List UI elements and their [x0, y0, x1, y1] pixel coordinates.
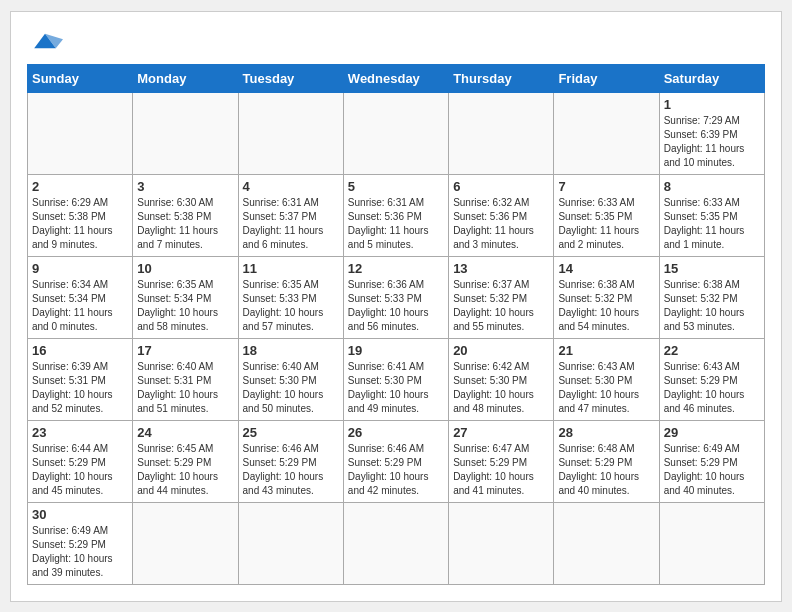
day-info: Sunrise: 6:31 AM Sunset: 5:37 PM Dayligh…	[243, 196, 339, 252]
day-info: Sunrise: 6:47 AM Sunset: 5:29 PM Dayligh…	[453, 442, 549, 498]
day-header-sunday: Sunday	[28, 64, 133, 92]
calendar-cell: 28Sunrise: 6:48 AM Sunset: 5:29 PM Dayli…	[554, 420, 659, 502]
day-number: 6	[453, 179, 549, 194]
day-number: 12	[348, 261, 444, 276]
day-number: 18	[243, 343, 339, 358]
week-row-3: 9Sunrise: 6:34 AM Sunset: 5:34 PM Daylig…	[28, 256, 765, 338]
day-info: Sunrise: 6:33 AM Sunset: 5:35 PM Dayligh…	[558, 196, 654, 252]
calendar-cell	[238, 92, 343, 174]
day-number: 16	[32, 343, 128, 358]
calendar-table: SundayMondayTuesdayWednesdayThursdayFrid…	[27, 64, 765, 585]
calendar-cell: 18Sunrise: 6:40 AM Sunset: 5:30 PM Dayli…	[238, 338, 343, 420]
calendar-cell: 29Sunrise: 6:49 AM Sunset: 5:29 PM Dayli…	[659, 420, 764, 502]
week-row-1: 1Sunrise: 7:29 AM Sunset: 6:39 PM Daylig…	[28, 92, 765, 174]
calendar-cell: 20Sunrise: 6:42 AM Sunset: 5:30 PM Dayli…	[449, 338, 554, 420]
day-info: Sunrise: 6:43 AM Sunset: 5:30 PM Dayligh…	[558, 360, 654, 416]
day-info: Sunrise: 6:39 AM Sunset: 5:31 PM Dayligh…	[32, 360, 128, 416]
day-info: Sunrise: 6:46 AM Sunset: 5:29 PM Dayligh…	[348, 442, 444, 498]
calendar-cell: 11Sunrise: 6:35 AM Sunset: 5:33 PM Dayli…	[238, 256, 343, 338]
day-number: 25	[243, 425, 339, 440]
day-info: Sunrise: 6:38 AM Sunset: 5:32 PM Dayligh…	[558, 278, 654, 334]
day-info: Sunrise: 6:43 AM Sunset: 5:29 PM Dayligh…	[664, 360, 760, 416]
day-number: 9	[32, 261, 128, 276]
calendar-cell: 3Sunrise: 6:30 AM Sunset: 5:38 PM Daylig…	[133, 174, 238, 256]
day-info: Sunrise: 6:29 AM Sunset: 5:38 PM Dayligh…	[32, 196, 128, 252]
day-number: 4	[243, 179, 339, 194]
day-info: Sunrise: 6:40 AM Sunset: 5:31 PM Dayligh…	[137, 360, 233, 416]
day-number: 3	[137, 179, 233, 194]
calendar-cell: 19Sunrise: 6:41 AM Sunset: 5:30 PM Dayli…	[343, 338, 448, 420]
calendar-cell: 17Sunrise: 6:40 AM Sunset: 5:31 PM Dayli…	[133, 338, 238, 420]
day-info: Sunrise: 6:36 AM Sunset: 5:33 PM Dayligh…	[348, 278, 444, 334]
calendar-cell: 15Sunrise: 6:38 AM Sunset: 5:32 PM Dayli…	[659, 256, 764, 338]
day-number: 17	[137, 343, 233, 358]
calendar-cell	[238, 502, 343, 584]
day-header-thursday: Thursday	[449, 64, 554, 92]
calendar-cell	[133, 92, 238, 174]
day-info: Sunrise: 7:29 AM Sunset: 6:39 PM Dayligh…	[664, 114, 760, 170]
calendar-cell: 24Sunrise: 6:45 AM Sunset: 5:29 PM Dayli…	[133, 420, 238, 502]
logo	[27, 28, 63, 52]
calendar-cell	[133, 502, 238, 584]
calendar-cell	[554, 502, 659, 584]
calendar-cell: 21Sunrise: 6:43 AM Sunset: 5:30 PM Dayli…	[554, 338, 659, 420]
day-number: 8	[664, 179, 760, 194]
week-row-6: 30Sunrise: 6:49 AM Sunset: 5:29 PM Dayli…	[28, 502, 765, 584]
day-info: Sunrise: 6:30 AM Sunset: 5:38 PM Dayligh…	[137, 196, 233, 252]
day-header-wednesday: Wednesday	[343, 64, 448, 92]
day-number: 14	[558, 261, 654, 276]
calendar-cell: 16Sunrise: 6:39 AM Sunset: 5:31 PM Dayli…	[28, 338, 133, 420]
day-info: Sunrise: 6:35 AM Sunset: 5:34 PM Dayligh…	[137, 278, 233, 334]
day-info: Sunrise: 6:48 AM Sunset: 5:29 PM Dayligh…	[558, 442, 654, 498]
day-number: 7	[558, 179, 654, 194]
day-number: 20	[453, 343, 549, 358]
day-header-saturday: Saturday	[659, 64, 764, 92]
calendar-cell: 25Sunrise: 6:46 AM Sunset: 5:29 PM Dayli…	[238, 420, 343, 502]
calendar-cell	[554, 92, 659, 174]
calendar-cell: 12Sunrise: 6:36 AM Sunset: 5:33 PM Dayli…	[343, 256, 448, 338]
day-number: 22	[664, 343, 760, 358]
calendar-cell: 5Sunrise: 6:31 AM Sunset: 5:36 PM Daylig…	[343, 174, 448, 256]
day-info: Sunrise: 6:46 AM Sunset: 5:29 PM Dayligh…	[243, 442, 339, 498]
day-number: 2	[32, 179, 128, 194]
day-info: Sunrise: 6:45 AM Sunset: 5:29 PM Dayligh…	[137, 442, 233, 498]
day-number: 28	[558, 425, 654, 440]
day-number: 23	[32, 425, 128, 440]
calendar-cell: 7Sunrise: 6:33 AM Sunset: 5:35 PM Daylig…	[554, 174, 659, 256]
day-number: 15	[664, 261, 760, 276]
calendar-cell	[343, 92, 448, 174]
day-info: Sunrise: 6:49 AM Sunset: 5:29 PM Dayligh…	[664, 442, 760, 498]
calendar-cell	[449, 502, 554, 584]
day-header-monday: Monday	[133, 64, 238, 92]
day-number: 29	[664, 425, 760, 440]
day-number: 26	[348, 425, 444, 440]
calendar-container: SundayMondayTuesdayWednesdayThursdayFrid…	[10, 11, 782, 602]
day-number: 19	[348, 343, 444, 358]
week-row-4: 16Sunrise: 6:39 AM Sunset: 5:31 PM Dayli…	[28, 338, 765, 420]
day-info: Sunrise: 6:38 AM Sunset: 5:32 PM Dayligh…	[664, 278, 760, 334]
calendar-cell	[343, 502, 448, 584]
calendar-cell: 10Sunrise: 6:35 AM Sunset: 5:34 PM Dayli…	[133, 256, 238, 338]
day-header-tuesday: Tuesday	[238, 64, 343, 92]
day-info: Sunrise: 6:41 AM Sunset: 5:30 PM Dayligh…	[348, 360, 444, 416]
day-info: Sunrise: 6:33 AM Sunset: 5:35 PM Dayligh…	[664, 196, 760, 252]
day-number: 24	[137, 425, 233, 440]
day-info: Sunrise: 6:40 AM Sunset: 5:30 PM Dayligh…	[243, 360, 339, 416]
calendar-cell	[449, 92, 554, 174]
calendar-cell: 26Sunrise: 6:46 AM Sunset: 5:29 PM Dayli…	[343, 420, 448, 502]
calendar-cell: 9Sunrise: 6:34 AM Sunset: 5:34 PM Daylig…	[28, 256, 133, 338]
calendar-cell: 22Sunrise: 6:43 AM Sunset: 5:29 PM Dayli…	[659, 338, 764, 420]
day-number: 30	[32, 507, 128, 522]
week-row-5: 23Sunrise: 6:44 AM Sunset: 5:29 PM Dayli…	[28, 420, 765, 502]
day-number: 27	[453, 425, 549, 440]
calendar-cell: 14Sunrise: 6:38 AM Sunset: 5:32 PM Dayli…	[554, 256, 659, 338]
day-info: Sunrise: 6:42 AM Sunset: 5:30 PM Dayligh…	[453, 360, 549, 416]
calendar-cell: 2Sunrise: 6:29 AM Sunset: 5:38 PM Daylig…	[28, 174, 133, 256]
day-info: Sunrise: 6:49 AM Sunset: 5:29 PM Dayligh…	[32, 524, 128, 580]
day-info: Sunrise: 6:35 AM Sunset: 5:33 PM Dayligh…	[243, 278, 339, 334]
day-number: 11	[243, 261, 339, 276]
day-number: 13	[453, 261, 549, 276]
calendar-cell: 13Sunrise: 6:37 AM Sunset: 5:32 PM Dayli…	[449, 256, 554, 338]
days-header-row: SundayMondayTuesdayWednesdayThursdayFrid…	[28, 64, 765, 92]
logo-icon	[27, 30, 63, 52]
